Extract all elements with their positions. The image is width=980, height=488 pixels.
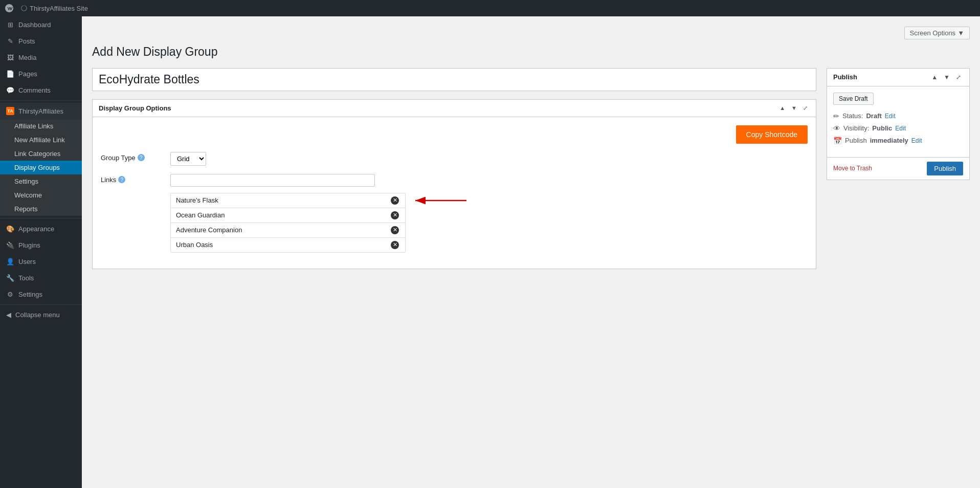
publish-time-label: Publish [845, 137, 867, 144]
media-icon: 🖼 [6, 53, 14, 61]
publish-footer: Move to Trash Publish [827, 157, 969, 180]
sidebar-item-comments[interactable]: 💬 Comments [0, 82, 82, 98]
publish-body: Save Draft ✏ Status: Draft Edit 👁 Visibi… [827, 86, 969, 157]
links-help-icon[interactable]: ? [118, 176, 125, 183]
publish-collapse-down-btn[interactable]: ▼ [942, 73, 952, 82]
metabox-collapse-up-btn[interactable]: ▲ [777, 104, 787, 113]
tools-icon: 🔧 [6, 274, 14, 282]
status-row: ✏ Status: Draft Edit [833, 110, 963, 122]
visibility-value: Public [872, 124, 892, 132]
main-content: Screen Options ▼ Add New Display Group D… [82, 16, 980, 488]
sidebar-item-plugins[interactable]: 🔌 Plugins [0, 237, 82, 253]
publish-title: Publish [833, 73, 857, 81]
sidebar-item-link-categories[interactable]: Link Categories [0, 147, 82, 161]
sidebar-item-settings-ta[interactable]: Settings [0, 174, 82, 188]
move-trash-link[interactable]: Move to Trash [833, 165, 872, 172]
link-name-adventure-companion: Adventure Companion [176, 226, 242, 234]
remove-link-ocean-guardian-btn[interactable]: ✕ [390, 211, 400, 219]
sidebar-item-new-affiliate-link[interactable]: New Affiliate Link [0, 133, 82, 147]
title-input[interactable] [92, 68, 816, 91]
links-search-input[interactable] [170, 174, 375, 187]
comments-icon: 💬 [6, 86, 14, 94]
remove-link-urban-oasis-btn[interactable]: ✕ [390, 241, 400, 249]
status-pencil-icon: ✏ [833, 112, 839, 120]
visibility-eye-icon: 👁 [833, 124, 840, 132]
ta-icon: TA [6, 107, 14, 115]
posts-icon: ✎ [6, 37, 14, 45]
publish-time-value: immediately [870, 137, 908, 144]
group-type-select[interactable]: Grid List Table [170, 152, 206, 166]
admin-bar: ThirstyAffiliates Site [0, 0, 980, 16]
remove-icon-adventure-companion: ✕ [391, 226, 399, 234]
screen-options-bar: Screen Options ▼ [92, 27, 970, 39]
metabox-collapse-down-btn[interactable]: ▼ [789, 104, 799, 113]
collapse-icon: ◀ [6, 311, 11, 319]
sidebar-item-users[interactable]: 👤 Users [0, 253, 82, 270]
main-column: Display Group Options ▲ ▼ ⤢ Copy Shortco… [92, 68, 816, 279]
publish-controls: ▲ ▼ ⤢ [929, 73, 963, 82]
remove-link-adventure-companion-btn[interactable]: ✕ [390, 226, 400, 234]
visibility-edit-link[interactable]: Edit [895, 125, 906, 132]
wp-logo[interactable] [4, 3, 14, 13]
link-item-natures-flask: Nature's Flask ✕ [170, 193, 406, 208]
page-title: Add New Display Group [92, 45, 970, 60]
sidebar-item-media[interactable]: 🖼 Media [0, 49, 82, 65]
metabox-title: Display Group Options [99, 104, 171, 112]
publish-metabox: Publish ▲ ▼ ⤢ Save Draft ✏ Status: [827, 68, 970, 180]
sidebar-item-affiliate-links[interactable]: Affiliate Links [0, 119, 82, 133]
remove-icon-ocean-guardian: ✕ [391, 211, 399, 219]
sidebar-item-thirstyaffiliates[interactable]: TA ThirstyAffiliates [0, 103, 82, 119]
sidebar-item-display-groups[interactable]: Display Groups [0, 161, 82, 174]
sidebar-item-appearance[interactable]: 🎨 Appearance [0, 220, 82, 237]
thirstyaffiliates-submenu: Affiliate Links New Affiliate Link Link … [0, 119, 82, 216]
link-name-urban-oasis: Urban Oasis [176, 241, 213, 249]
group-type-help-icon[interactable]: ? [138, 154, 145, 161]
appearance-icon: 🎨 [6, 225, 14, 233]
sidebar-item-tools[interactable]: 🔧 Tools [0, 270, 82, 286]
metabox-controls: ▲ ▼ ⤢ [777, 104, 810, 113]
sidebar-item-welcome[interactable]: Welcome [0, 188, 82, 202]
menu-separator-1 [0, 100, 82, 101]
group-type-control: Grid List Table [170, 152, 808, 166]
link-name-ocean-guardian: Ocean Guardian [176, 211, 225, 219]
copy-shortcode-button[interactable]: Copy Shortcode [736, 125, 808, 144]
remove-link-natures-flask-btn[interactable]: ✕ [390, 196, 400, 205]
metabox-expand-btn[interactable]: ⤢ [801, 104, 810, 113]
links-area-wrapper: Nature's Flask ✕ [170, 193, 808, 253]
publish-expand-btn[interactable]: ⤢ [954, 73, 963, 82]
site-name[interactable]: ThirstyAffiliates Site [20, 5, 88, 12]
sidebar-item-dashboard[interactable]: ⊞ Dashboard [0, 16, 82, 33]
menu-separator-3 [0, 304, 82, 305]
side-column: Publish ▲ ▼ ⤢ Save Draft ✏ Status: [827, 68, 970, 180]
link-name-natures-flask: Nature's Flask [176, 196, 218, 204]
sidebar-item-reports[interactable]: Reports [0, 202, 82, 216]
visibility-label: Visibility: [843, 124, 869, 132]
sidebar-item-pages[interactable]: 📄 Pages [0, 65, 82, 82]
publish-collapse-up-btn[interactable]: ▲ [929, 73, 940, 82]
pages-icon: 📄 [6, 70, 14, 78]
publish-info: ✏ Status: Draft Edit 👁 Visibility: Publi… [833, 110, 963, 147]
links-list: Nature's Flask ✕ [170, 193, 406, 253]
screen-options-chevron: ▼ [957, 29, 964, 37]
screen-options-button[interactable]: Screen Options ▼ [904, 27, 970, 39]
group-type-label: Group Type ? [101, 152, 162, 162]
publish-header: Publish ▲ ▼ ⤢ [827, 69, 969, 86]
status-edit-link[interactable]: Edit [885, 113, 896, 120]
publish-time-edit-link[interactable]: Edit [911, 137, 922, 144]
group-type-row: Group Type ? Grid List Table [101, 152, 808, 166]
status-value: Draft [866, 112, 881, 120]
link-item-adventure-companion: Adventure Companion ✕ [170, 223, 406, 238]
publish-button[interactable]: Publish [927, 162, 963, 175]
save-draft-button[interactable]: Save Draft [833, 93, 874, 105]
sidebar-item-posts[interactable]: ✎ Posts [0, 33, 82, 49]
link-item-urban-oasis: Urban Oasis ✕ [170, 237, 406, 253]
main-layout: ⊞ Dashboard ✎ Posts 🖼 Media 📄 Pages 💬 Co… [0, 0, 980, 488]
metabox-body: Copy Shortcode Group Type ? Grid [93, 117, 816, 269]
collapse-menu-btn[interactable]: ◀ Collapse menu [0, 307, 82, 323]
red-arrow-annotation [410, 195, 466, 206]
sidebar: ⊞ Dashboard ✎ Posts 🖼 Media 📄 Pages 💬 Co… [0, 16, 82, 488]
links-control: Nature's Flask ✕ [170, 174, 808, 252]
links-label: Links ? [101, 174, 162, 184]
sidebar-item-settings[interactable]: ⚙ Settings [0, 286, 82, 302]
dashboard-icon: ⊞ [6, 20, 14, 29]
